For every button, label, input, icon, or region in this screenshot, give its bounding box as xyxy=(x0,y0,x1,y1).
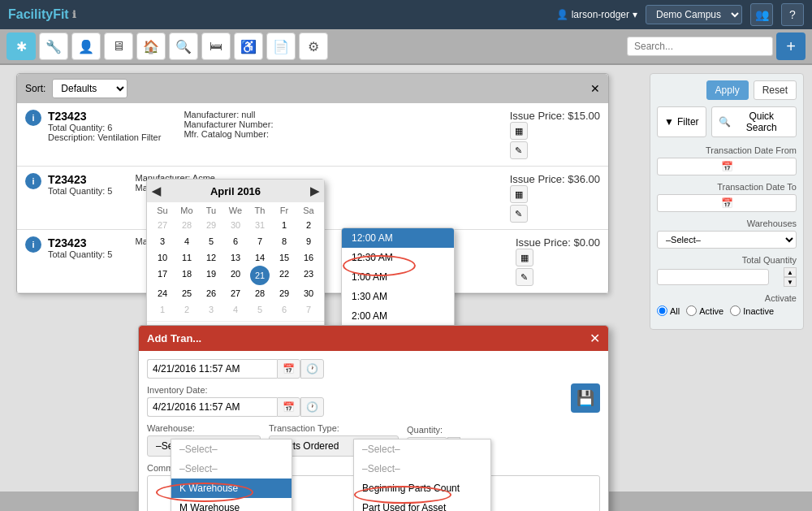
row-action-btn-3b[interactable]: ✎ xyxy=(516,268,533,286)
cal-day[interactable]: 2 xyxy=(296,217,321,233)
toolbar-document[interactable]: 📄 xyxy=(266,32,296,60)
total-qty-input[interactable] xyxy=(657,269,769,285)
help-icon-btn[interactable]: ? xyxy=(781,3,804,26)
cal-day-selected[interactable]: 21 xyxy=(250,266,270,285)
time-item[interactable]: 2:00 AM xyxy=(342,306,454,326)
cal-day[interactable]: 25 xyxy=(175,285,199,301)
cal-day[interactable]: 7 xyxy=(296,301,321,318)
date-to-picker[interactable]: 📅 xyxy=(657,194,797,212)
cal-day[interactable]: 18 xyxy=(175,266,199,285)
warehouse-item-m[interactable]: M Warehouse xyxy=(171,498,292,511)
row-action-btn-2a[interactable]: ▦ xyxy=(510,185,528,203)
tt-item-beginning[interactable]: Beginning Parts Count xyxy=(354,479,490,498)
cal-day[interactable]: 3 xyxy=(199,301,223,318)
cal-day[interactable]: 29 xyxy=(199,217,223,233)
cal-day[interactable]: 29 xyxy=(272,285,296,301)
warehouses-select[interactable]: –Select– xyxy=(657,231,797,249)
toolbar-person[interactable]: 👤 xyxy=(71,32,101,60)
activate-all[interactable]: All xyxy=(657,305,680,316)
cal-day[interactable]: 24 xyxy=(150,285,175,301)
row-action-btn-2b[interactable]: ✎ xyxy=(510,205,528,223)
inventory-date-input[interactable] xyxy=(147,397,277,417)
logo-info-icon[interactable]: ℹ xyxy=(72,9,76,20)
cal-day[interactable]: 27 xyxy=(150,217,175,233)
datetime-calendar-btn[interactable]: 📅 xyxy=(277,359,300,379)
quick-search-button[interactable]: 🔍 Quick Search xyxy=(711,106,797,137)
modal-close-btn[interactable]: ✕ xyxy=(590,331,600,346)
toolbar-home[interactable]: 🏠 xyxy=(136,32,166,60)
global-add-button[interactable]: + xyxy=(776,32,806,60)
qty-down-btn[interactable]: ▼ xyxy=(784,277,797,287)
sort-select[interactable]: Defaults xyxy=(52,79,127,98)
cal-day[interactable]: 9 xyxy=(296,233,321,249)
tt-item-placeholder[interactable]: –Select– xyxy=(354,440,490,459)
cal-day[interactable]: 19 xyxy=(199,266,223,285)
time-item[interactable]: 1:30 AM xyxy=(342,287,454,306)
cal-day[interactable]: 2 xyxy=(175,301,199,318)
activate-active[interactable]: Active xyxy=(686,305,723,316)
toolbar-search[interactable]: 🔍 xyxy=(169,32,198,60)
cal-day[interactable]: 5 xyxy=(248,301,272,318)
filter-button[interactable]: ▼ Filter xyxy=(657,106,706,137)
tt-item-select2[interactable]: –Select– xyxy=(354,459,490,479)
cal-day[interactable]: 3 xyxy=(150,233,175,249)
cal-day[interactable]: 5 xyxy=(199,233,223,249)
warehouse-item-select2[interactable]: –Select– xyxy=(171,459,292,479)
reset-button[interactable]: Reset xyxy=(754,80,797,100)
cal-day[interactable]: 27 xyxy=(223,285,248,301)
cal-day[interactable]: 14 xyxy=(248,249,272,266)
date-from-picker[interactable]: 📅 xyxy=(657,158,797,175)
cal-day[interactable]: 28 xyxy=(248,285,272,301)
cal-day[interactable]: 12 xyxy=(199,249,223,266)
cal-day[interactable]: 20 xyxy=(223,266,248,285)
toolbar-asterisk[interactable]: ✱ xyxy=(6,32,36,60)
cal-next-btn[interactable]: ▶ xyxy=(310,184,319,197)
qty-up-btn[interactable]: ▲ xyxy=(784,267,797,277)
toolbar-wrench[interactable]: 🔧 xyxy=(39,32,68,60)
cal-day[interactable]: 15 xyxy=(272,249,296,266)
time-item[interactable]: 1:00 AM xyxy=(342,267,454,287)
cal-prev-btn[interactable]: ◀ xyxy=(152,184,161,197)
info-icon-1[interactable]: i xyxy=(25,110,41,126)
cal-day[interactable]: 31 xyxy=(248,217,272,233)
cal-day[interactable]: 11 xyxy=(175,249,199,266)
time-item[interactable]: 12:30 AM xyxy=(342,248,454,267)
user-info[interactable]: 👤 larson-rodger ▾ xyxy=(556,9,637,20)
global-search-input[interactable] xyxy=(627,37,773,56)
cal-day[interactable]: 1 xyxy=(272,217,296,233)
tt-item-part-used[interactable]: Part Used for Asset xyxy=(354,498,490,511)
datetime-clock-btn[interactable]: 🕐 xyxy=(300,359,324,379)
cal-day[interactable]: 6 xyxy=(272,301,296,318)
warehouse-item-placeholder[interactable]: –Select– xyxy=(171,440,292,459)
cal-day[interactable]: 8 xyxy=(272,233,296,249)
inventory-date-calendar-btn[interactable]: 📅 xyxy=(277,397,300,417)
cal-day[interactable]: 22 xyxy=(272,266,296,285)
cal-day[interactable]: 10 xyxy=(150,249,175,266)
cal-day[interactable]: 16 xyxy=(296,249,321,266)
campus-selector[interactable]: Demo Campus xyxy=(646,5,742,24)
toolbar-gear[interactable]: ⚙ xyxy=(299,32,328,60)
cal-day[interactable]: 6 xyxy=(223,233,248,249)
time-item[interactable]: 12:00 AM xyxy=(342,228,454,248)
row-action-btn-1a[interactable]: ▦ xyxy=(510,122,528,140)
info-icon-2[interactable]: i xyxy=(25,173,41,189)
toolbar-bed[interactable]: 🛏 xyxy=(201,32,231,60)
cal-day[interactable]: 1 xyxy=(150,301,175,318)
apply-button[interactable]: Apply xyxy=(706,80,749,100)
cal-day[interactable]: 28 xyxy=(175,217,199,233)
cal-day[interactable]: 23 xyxy=(296,266,321,285)
cal-day[interactable]: 30 xyxy=(296,285,321,301)
datetime-input[interactable] xyxy=(147,359,277,379)
inventory-date-clock-btn[interactable]: 🕐 xyxy=(300,397,324,417)
cal-day[interactable]: 4 xyxy=(175,233,199,249)
warehouse-item-k[interactable]: K Warehouse xyxy=(171,479,292,498)
modal-save-btn[interactable]: 💾 xyxy=(571,383,600,413)
info-icon-3[interactable]: i xyxy=(25,236,41,253)
cal-day[interactable]: 30 xyxy=(223,217,248,233)
cal-day[interactable]: 13 xyxy=(223,249,248,266)
toolbar-monitor[interactable]: 🖥 xyxy=(104,32,133,60)
row-action-btn-1b[interactable]: ✎ xyxy=(510,141,528,159)
cal-day[interactable]: 4 xyxy=(223,301,248,318)
row-action-btn-3a[interactable]: ▦ xyxy=(516,249,533,266)
panel-close-icon[interactable]: ✕ xyxy=(590,82,600,95)
